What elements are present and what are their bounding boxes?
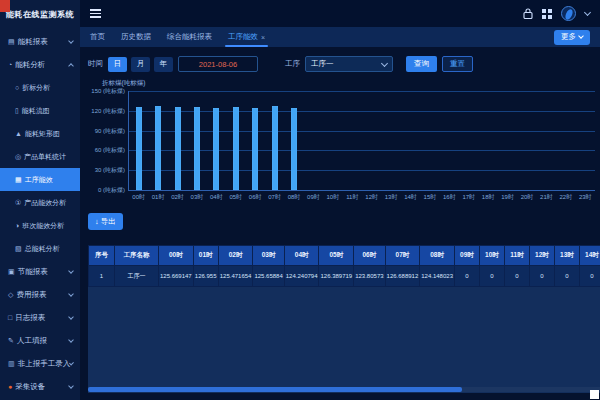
sidebar-item-non-report-manual-input[interactable]: ▥非上报手工录入	[0, 352, 80, 375]
triangle-icon: ▲	[15, 130, 22, 137]
horizontal-scrollbar[interactable]	[88, 387, 600, 392]
chart-bar	[252, 108, 258, 190]
column-header: 07时	[385, 246, 420, 266]
table-row: 1工序一125.669147126.955125.471654125.65884…	[89, 266, 600, 287]
tab-label: 历史数据	[121, 32, 151, 42]
apps-grid-icon[interactable]	[542, 9, 552, 19]
x-tick-label: 06时	[249, 193, 262, 202]
sidebar-item-label: 班次能效分析	[22, 221, 64, 231]
input-icon: ▥	[8, 360, 15, 368]
sidebar-item-manual-entry[interactable]: ✎人工填报	[0, 329, 80, 352]
chevron-down-icon	[68, 38, 74, 44]
chevron-down-icon	[578, 33, 584, 39]
date-input[interactable]	[178, 56, 258, 72]
topbar-icons	[523, 6, 590, 21]
scrollbar-thumb[interactable]	[88, 387, 462, 392]
chart-bar	[272, 106, 278, 190]
x-tick-label: 10时	[327, 193, 340, 202]
chart-bar	[291, 108, 297, 190]
x-tick-label: 16时	[443, 193, 456, 202]
saving-icon: ▣	[8, 268, 15, 276]
user-avatar[interactable]	[561, 6, 576, 21]
close-icon[interactable]: ×	[261, 34, 265, 41]
column-header: 13时	[554, 246, 579, 266]
sidebar-item-energy-analysis[interactable]: ◔能耗分析	[0, 53, 80, 76]
column-header: 工序名称	[115, 246, 159, 266]
sidebar-item-shift-efficiency-analysis[interactable]: ◑班次能效分析	[0, 214, 80, 237]
sidebar-item-product-unit-stats[interactable]: ◎产品单耗统计	[0, 145, 80, 168]
y-tick-label: 90 (吨标煤)	[95, 126, 125, 135]
period-toggle: 日月年	[108, 57, 173, 72]
sidebar-item-energy-flow-chart[interactable]: ▯能耗流图	[0, 99, 80, 122]
column-header: 序号	[89, 246, 115, 266]
sidebar-item-label: 日志报表	[15, 313, 45, 323]
tab-comprehensive-energy-report[interactable]: 综合能耗报表	[167, 27, 212, 47]
chart-plot-area: 0 (吨标煤)30 (吨标煤)60 (吨标煤)90 (吨标煤)120 (吨标煤)…	[128, 91, 595, 191]
tab-history-data[interactable]: 历史数据	[121, 27, 151, 47]
more-button[interactable]: 更多	[554, 30, 590, 45]
content-area: 时间 日月年 工序 工序一 查询 重置 折标煤(吨标煤) 0 (吨标煤)30 (…	[80, 47, 600, 400]
sidebar-item-label: 采集设备	[15, 382, 45, 392]
export-button[interactable]: ↓ 导出	[88, 213, 123, 230]
sidebar-item-conversion-analysis[interactable]: ○折标分析	[0, 76, 80, 99]
sidebar-item-label: 能耗分析	[15, 60, 45, 70]
table-cell: 工序一	[115, 266, 159, 287]
column-header: 09时	[454, 246, 479, 266]
sidebar-item-energy-rect-chart[interactable]: ▲能耗矩形图	[0, 122, 80, 145]
sidebar-item-collection-device[interactable]: ●采集设备	[0, 375, 80, 398]
export-button-label: 导出	[101, 217, 116, 227]
chevron-down-icon[interactable]	[584, 9, 591, 16]
table-cell: 0	[504, 266, 529, 287]
sidebar-item-label: 非上报手工录入	[18, 359, 71, 369]
chevron-down-icon	[381, 59, 388, 66]
tab-label: 首页	[90, 32, 105, 42]
table-cell: 0	[554, 266, 579, 287]
sidebar-item-product-efficiency-analysis[interactable]: ①产品能效分析	[0, 191, 80, 214]
column-header: 14时	[579, 246, 600, 266]
menu-icon[interactable]	[90, 13, 101, 15]
column-header: 03时	[253, 246, 284, 266]
x-tick-label: 13时	[385, 193, 398, 202]
sidebar-item-energy-report[interactable]: ▤能耗报表	[0, 30, 80, 53]
chart-bar	[155, 106, 161, 190]
period-button-day[interactable]: 日	[108, 57, 127, 72]
sidebar-item-process-efficiency[interactable]: ▦工序能效	[0, 168, 80, 191]
x-tick-label: 17时	[462, 193, 475, 202]
tab-process-efficiency[interactable]: 工序能效×	[228, 27, 265, 47]
column-header: 00时	[159, 246, 194, 266]
y-tick-label: 150 (吨标煤)	[91, 87, 125, 96]
data-table: 序号工序名称00时01时02时03时04时05时06时07时08时09时10时1…	[88, 245, 600, 287]
time-filter-label: 时间	[88, 59, 103, 69]
more-button-label: 更多	[561, 32, 576, 42]
reset-button[interactable]: 重置	[442, 56, 473, 72]
sidebar-item-label: 产品单耗统计	[24, 152, 66, 162]
alert-square	[0, 0, 10, 12]
half-circle-icon: ◑	[15, 222, 19, 229]
lock-icon[interactable]	[523, 8, 533, 19]
sidebar-item-label: 能耗流图	[22, 106, 50, 116]
edit-icon: ✎	[8, 337, 14, 345]
query-button[interactable]: 查询	[406, 56, 437, 72]
period-button-year[interactable]: 年	[154, 57, 173, 72]
sidebar-item-energy-saving-report[interactable]: ▣节能报表	[0, 260, 80, 283]
process-select[interactable]: 工序一	[305, 56, 393, 72]
chart-bar	[213, 108, 219, 190]
table-cell: 123.80573	[354, 266, 385, 287]
column-header: 05时	[319, 246, 354, 266]
tab-home[interactable]: 首页	[90, 27, 105, 47]
table-cell: 125.471654	[218, 266, 253, 287]
hourly-bar-chart: 折标煤(吨标煤) 0 (吨标煤)30 (吨标煤)60 (吨标煤)90 (吨标煤)…	[80, 78, 600, 206]
column-header: 10时	[479, 246, 504, 266]
data-table-wrap: 序号工序名称00时01时02时03时04时05时06时07时08时09时10时1…	[88, 245, 600, 393]
sidebar-item-log-report[interactable]: □日志报表	[0, 306, 80, 329]
table-header-row: 序号工序名称00时01时02时03时04时05时06时07时08时09时10时1…	[89, 246, 600, 266]
process-filter-label: 工序	[285, 59, 300, 69]
x-tick-label: 05时	[229, 193, 242, 202]
sidebar-item-total-energy-analysis[interactable]: ▧总能耗分析	[0, 237, 80, 260]
tab-label: 综合能耗报表	[167, 32, 212, 42]
sidebar-item-cost-report[interactable]: ◇费用报表	[0, 283, 80, 306]
period-button-month[interactable]: 月	[131, 57, 150, 72]
info-icon: ①	[15, 199, 21, 207]
sidebar-item-label: 总能耗分析	[25, 244, 60, 254]
gridline	[129, 91, 595, 92]
